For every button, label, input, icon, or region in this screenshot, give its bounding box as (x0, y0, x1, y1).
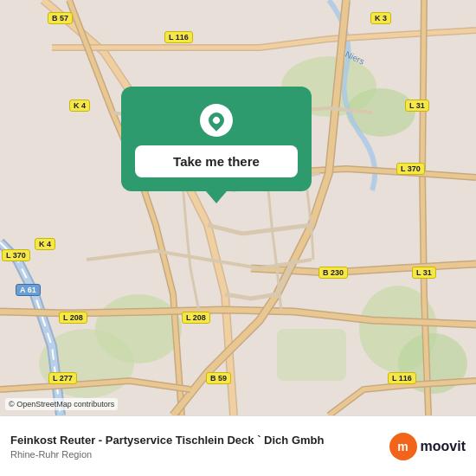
location-pin-container (200, 104, 233, 137)
road-label-l208-mid: L 208 (182, 312, 210, 324)
moovit-icon: m (389, 433, 417, 460)
road-label-l277: L 277 (48, 372, 77, 384)
svg-rect-7 (277, 329, 346, 381)
take-me-there-button[interactable]: Take me there (135, 145, 298, 177)
road-label-a61: A 61 (16, 284, 41, 296)
moovit-text: moovit (421, 439, 466, 454)
map-popup: Take me there (121, 87, 312, 191)
road-label-l31-mid: L 31 (412, 267, 436, 279)
osm-attribution: © OpenStreetMap contributors (5, 398, 118, 410)
road-label-l370-left: L 370 (2, 249, 30, 261)
road-label-b59: B 59 (206, 372, 231, 384)
location-subtitle: Rhine-Ruhr Region (10, 449, 389, 460)
location-info-block: Feinkost Reuter - Partyservice Tischlein… (10, 433, 389, 459)
map-svg: Niers (0, 0, 476, 415)
moovit-logo: m moovit (389, 433, 466, 460)
location-title: Feinkost Reuter - Partyservice Tischlein… (10, 433, 389, 448)
road-label-k4-top: K 4 (69, 100, 90, 112)
road-label-l370: L 370 (396, 163, 425, 175)
location-pin-icon (205, 109, 227, 131)
map-container: Niers (0, 0, 476, 415)
road-label-k3: K 3 (370, 12, 391, 24)
road-label-l208-left: L 208 (59, 312, 87, 324)
road-label-l31-top: L 31 (405, 100, 429, 112)
road-label-k4-mid: K 4 (35, 238, 55, 250)
road-label-b57: B 57 (48, 12, 73, 24)
road-label-l116-bot: L 116 (388, 372, 416, 384)
info-bar: Feinkost Reuter - Partyservice Tischlein… (0, 415, 476, 476)
road-label-b230: B 230 (318, 267, 348, 279)
road-label-l116: L 116 (164, 31, 193, 43)
